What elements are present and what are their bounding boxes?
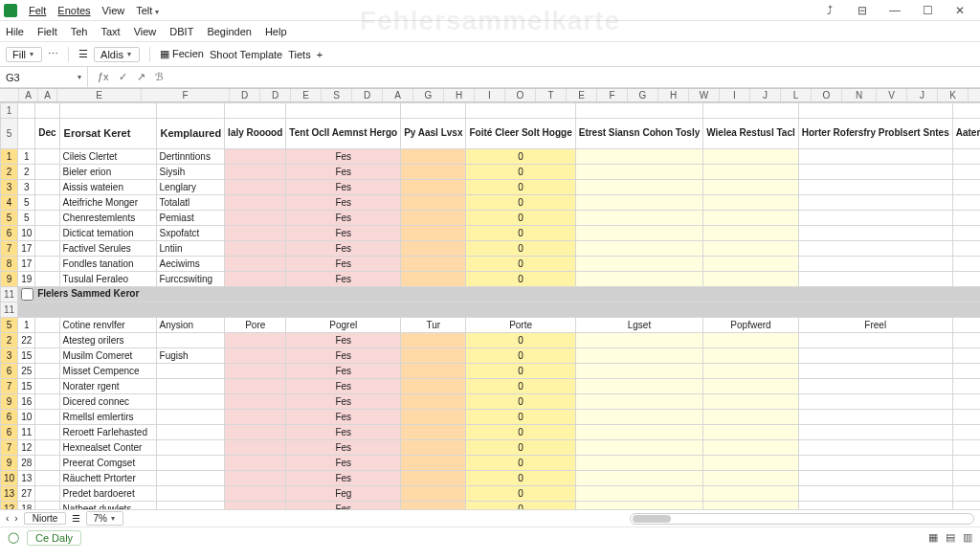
column-header[interactable]: N bbox=[842, 89, 877, 101]
fx-icon[interactable]: ƒx bbox=[98, 71, 109, 83]
column-header[interactable]: F bbox=[597, 89, 628, 101]
cell[interactable] bbox=[401, 272, 466, 287]
cell[interactable]: Fes bbox=[286, 348, 401, 364]
cell[interactable]: Fes bbox=[286, 379, 401, 394]
cell[interactable] bbox=[401, 471, 466, 486]
cell[interactable] bbox=[59, 103, 156, 119]
group-title-cell[interactable]: Flelers Sammed Keror bbox=[18, 287, 980, 302]
cell[interactable]: 17 bbox=[18, 257, 35, 272]
header-cell[interactable] bbox=[18, 119, 35, 149]
cell[interactable]: 0 bbox=[466, 456, 575, 471]
cell[interactable] bbox=[401, 257, 466, 272]
cell[interactable] bbox=[35, 226, 59, 241]
cell[interactable] bbox=[401, 425, 466, 440]
tab-taxt[interactable]: Taxt bbox=[100, 26, 120, 37]
cell[interactable]: Chenrestemlents bbox=[59, 211, 156, 226]
tab-teh[interactable]: Teh bbox=[71, 26, 88, 37]
cell[interactable]: 5 bbox=[18, 211, 35, 226]
scrollbar-thumb[interactable] bbox=[633, 515, 671, 523]
cell[interactable] bbox=[952, 471, 980, 486]
cell[interactable]: 28 bbox=[18, 456, 35, 471]
cell[interactable]: 1 bbox=[18, 149, 35, 165]
menu-felt[interactable]: Felt bbox=[29, 5, 46, 16]
cell[interactable] bbox=[703, 456, 799, 471]
cell[interactable]: Furccswiting bbox=[156, 272, 225, 287]
cell[interactable] bbox=[156, 425, 225, 440]
tab-hile[interactable]: Hile bbox=[6, 26, 24, 37]
cell[interactable]: Lntiin bbox=[156, 241, 225, 257]
cell[interactable] bbox=[35, 241, 59, 257]
header-cell[interactable]: Py Aasl Lvsx bbox=[401, 119, 466, 149]
cell[interactable] bbox=[35, 318, 59, 333]
cell[interactable] bbox=[575, 211, 703, 226]
cell[interactable]: 5 bbox=[1, 211, 18, 226]
script-icon[interactable]: ℬ bbox=[155, 71, 164, 83]
cell[interactable]: 0 bbox=[466, 471, 575, 486]
cell[interactable]: 0 bbox=[466, 379, 575, 394]
cell[interactable] bbox=[225, 241, 286, 257]
cell[interactable] bbox=[35, 379, 59, 394]
cell[interactable] bbox=[225, 394, 286, 410]
cell[interactable]: Sxpofatct bbox=[156, 226, 225, 241]
cell[interactable]: 6 bbox=[1, 226, 18, 241]
header-cell[interactable]: Erorsat Keret bbox=[59, 119, 156, 149]
cell[interactable] bbox=[401, 364, 466, 379]
window-upload-button[interactable]: ⤴ bbox=[813, 0, 846, 21]
cell[interactable]: 11 bbox=[1, 302, 18, 318]
cell[interactable]: Popfwerd bbox=[703, 318, 799, 333]
cell[interactable] bbox=[225, 195, 286, 211]
tiets-button[interactable]: Tiets bbox=[288, 49, 310, 60]
cell[interactable] bbox=[952, 226, 980, 241]
cell[interactable]: Totalatl bbox=[156, 195, 225, 211]
cell[interactable]: Natbeet duwlets bbox=[59, 502, 156, 510]
column-header[interactable]: A bbox=[38, 89, 57, 101]
cell[interactable] bbox=[952, 149, 980, 165]
cell[interactable] bbox=[286, 103, 401, 119]
cell[interactable]: Fes bbox=[286, 471, 401, 486]
tab-dbit[interactable]: DBIT bbox=[169, 26, 193, 37]
cell[interactable] bbox=[798, 180, 952, 195]
cell[interactable]: Dicticat temation bbox=[59, 226, 156, 241]
cell[interactable] bbox=[225, 379, 286, 394]
cell[interactable]: Fes bbox=[286, 180, 401, 195]
cell[interactable] bbox=[798, 272, 952, 287]
cell[interactable]: 12 bbox=[1, 502, 18, 510]
cell[interactable]: 0 bbox=[466, 333, 575, 348]
cell[interactable] bbox=[401, 394, 466, 410]
cell[interactable] bbox=[225, 103, 286, 119]
cell[interactable] bbox=[952, 195, 980, 211]
cell[interactable]: Liuge bbox=[952, 318, 980, 333]
cell[interactable] bbox=[156, 103, 225, 119]
cell[interactable]: Fes bbox=[286, 410, 401, 425]
cell[interactable] bbox=[798, 440, 952, 456]
cell[interactable] bbox=[35, 333, 59, 348]
cell[interactable] bbox=[401, 103, 466, 119]
cell[interactable] bbox=[401, 149, 466, 165]
cell[interactable]: Siysih bbox=[156, 165, 225, 180]
tab-beginden[interactable]: Beginden bbox=[207, 26, 252, 37]
column-header[interactable]: D bbox=[260, 89, 291, 101]
spreadsheet-grid[interactable]: AAEFDDESDAGHIOTEFGHWIJLONVJK 15DecErorsa… bbox=[0, 88, 980, 509]
cell[interactable] bbox=[401, 410, 466, 425]
cell[interactable] bbox=[35, 456, 59, 471]
cell[interactable] bbox=[952, 502, 980, 510]
cell[interactable]: 6 bbox=[1, 410, 18, 425]
cell[interactable] bbox=[703, 379, 799, 394]
cell[interactable] bbox=[798, 241, 952, 257]
cell[interactable] bbox=[225, 165, 286, 180]
column-header[interactable]: E bbox=[57, 89, 142, 101]
column-header[interactable]: I bbox=[475, 89, 505, 101]
cell[interactable]: 0 bbox=[466, 211, 575, 226]
cell[interactable]: 1 bbox=[1, 103, 18, 119]
cell[interactable]: Fes bbox=[286, 149, 401, 165]
cell[interactable]: Fes bbox=[286, 241, 401, 257]
cell[interactable] bbox=[703, 165, 799, 180]
cell[interactable]: 11 bbox=[1, 287, 18, 302]
cell[interactable] bbox=[35, 180, 59, 195]
cell[interactable]: 0 bbox=[466, 348, 575, 364]
cell[interactable] bbox=[35, 257, 59, 272]
cell[interactable] bbox=[225, 456, 286, 471]
horizontal-scrollbar[interactable] bbox=[630, 513, 974, 525]
menu-view[interactable]: View bbox=[102, 5, 125, 16]
cell[interactable]: Fes bbox=[286, 502, 401, 510]
